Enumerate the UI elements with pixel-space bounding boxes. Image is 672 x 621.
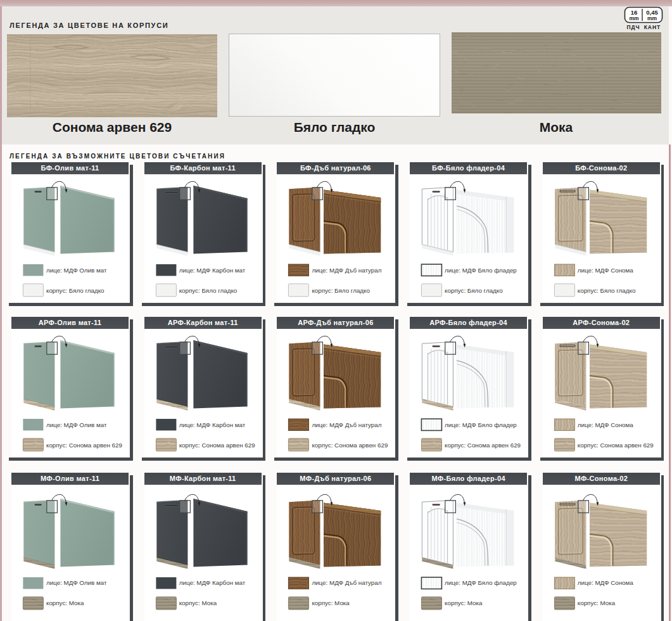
svg-text:0,45: 0,45	[646, 9, 658, 16]
svg-text:mm: mm	[629, 15, 639, 22]
svg-text:mm: mm	[647, 15, 657, 22]
svg-text:16: 16	[631, 9, 638, 16]
svg-text:КАНТ: КАНТ	[644, 24, 661, 30]
svg-text:ПДЧ: ПДЧ	[626, 24, 640, 30]
